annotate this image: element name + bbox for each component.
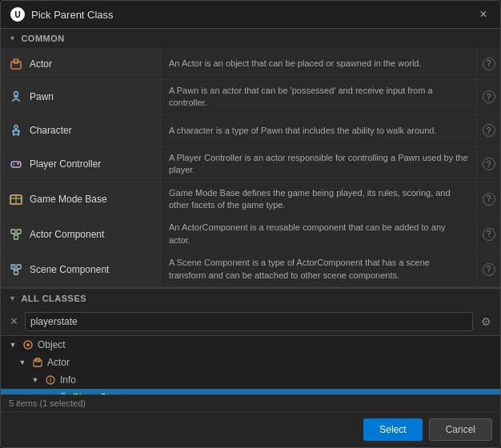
- common-section: ▼ COMMON Actor An Actor is an object tha…: [1, 29, 500, 287]
- tree-item-actor[interactable]: ▼ Actor: [1, 354, 500, 371]
- game-mode-help[interactable]: ?: [476, 182, 500, 217]
- class-left-character: Character: [1, 115, 161, 146]
- svg-rect-11: [18, 162, 18, 165]
- title-bar: U Pick Parent Class ×: [1, 1, 500, 29]
- svg-rect-17: [14, 235, 18, 239]
- class-row-character[interactable]: Character A character is a type of Pawn …: [1, 115, 500, 147]
- cancel-button[interactable]: Cancel: [429, 418, 492, 441]
- class-row-actor[interactable]: Actor An Actor is an object that can be …: [1, 48, 500, 80]
- class-left-pawn: Pawn: [1, 80, 161, 114]
- pawn-icon: [9, 90, 23, 104]
- search-input[interactable]: [25, 312, 473, 331]
- character-help[interactable]: ?: [476, 115, 500, 146]
- class-row-pawn[interactable]: Pawn A Pawn is an actor that can be 'pos…: [1, 80, 500, 115]
- class-row-game-mode[interactable]: Game Mode Base Game Mode Base defines th…: [1, 182, 500, 218]
- status-bar: 5 items (1 selected): [1, 394, 500, 411]
- class-left-actor: Actor: [1, 48, 161, 79]
- svg-point-25: [13, 266, 14, 267]
- object-icon: [22, 338, 34, 351]
- svg-point-27: [26, 343, 30, 346]
- search-bar: ✕ ⚙: [1, 308, 500, 336]
- status-text: 5 items (1 selected): [9, 398, 86, 408]
- scene-component-desc: A Scene Component is a type of ActorComp…: [161, 252, 476, 286]
- all-classes-header: ▼ ALL CLASSES: [1, 289, 500, 308]
- tree-item-object[interactable]: ▼ Object: [1, 336, 500, 354]
- scene-component-label: Scene Component: [30, 264, 109, 275]
- actor-component-help[interactable]: ?: [476, 217, 500, 251]
- svg-point-2: [14, 92, 18, 96]
- pawn-label: Pawn: [30, 91, 54, 102]
- actor-tree-icon: [31, 356, 44, 369]
- scene-component-help[interactable]: ?: [476, 252, 500, 286]
- class-left-player-controller: Player Controller: [1, 147, 161, 182]
- tree-item-playerstate[interactable]: ▶ PlayerState: [1, 389, 500, 394]
- title-bar-left: U Pick Parent Class: [10, 7, 114, 22]
- actor-tree-label: Actor: [47, 357, 70, 368]
- character-label: Character: [30, 125, 72, 136]
- actor-component-desc: An ActorComponent is a reusable componen…: [161, 217, 476, 251]
- svg-rect-15: [11, 230, 15, 234]
- class-left-scene-component: Scene Component: [1, 252, 161, 286]
- svg-point-32: [50, 378, 51, 379]
- pawn-desc: A Pawn is an actor that can be 'possesse…: [161, 80, 476, 114]
- player-controller-label: Player Controller: [30, 158, 101, 170]
- ue-logo: U: [10, 7, 25, 22]
- class-left-actor-component: Actor Component: [1, 217, 161, 251]
- dialog-content: ▼ COMMON Actor An Actor is an object tha…: [1, 29, 500, 411]
- object-label: Object: [38, 339, 66, 350]
- actor-component-help-icon[interactable]: ?: [483, 228, 495, 241]
- scene-component-icon: [9, 262, 23, 277]
- info-expand[interactable]: ▼: [30, 376, 41, 384]
- scene-component-help-icon[interactable]: ?: [483, 263, 495, 276]
- select-button[interactable]: Select: [363, 418, 422, 441]
- search-clear-button[interactable]: ✕: [7, 315, 20, 327]
- actor-label: Actor: [30, 58, 52, 70]
- svg-rect-8: [11, 162, 21, 167]
- actor-icon: [9, 57, 23, 71]
- class-tree: ▼ Object ▼: [1, 336, 500, 394]
- close-button[interactable]: ×: [476, 7, 491, 22]
- dialog-title: Pick Parent Class: [31, 9, 114, 21]
- tree-item-info[interactable]: ▼ Info: [1, 371, 500, 389]
- player-controller-icon: [9, 157, 23, 171]
- class-row-player-controller[interactable]: Player Controller A Player Controller is…: [1, 147, 500, 182]
- footer: Select Cancel: [1, 411, 500, 447]
- player-controller-help[interactable]: ?: [476, 147, 500, 182]
- pick-parent-class-dialog: U Pick Parent Class × ▼ COMMON: [0, 0, 501, 448]
- all-classes-label: ALL CLASSES: [21, 294, 86, 303]
- class-left-game-mode: Game Mode Base: [1, 182, 161, 217]
- pawn-help-icon[interactable]: ?: [483, 90, 495, 103]
- actor-help[interactable]: ?: [476, 48, 500, 79]
- game-mode-label: Game Mode Base: [30, 194, 107, 205]
- common-label: COMMON: [21, 34, 64, 43]
- character-desc: A character is a type of Pawn that inclu…: [161, 115, 476, 146]
- class-row-scene-component[interactable]: Scene Component A Scene Component is a t…: [1, 252, 500, 287]
- svg-point-9: [14, 164, 15, 166]
- actor-component-icon: [9, 227, 23, 242]
- all-classes-section: ▼ ALL CLASSES ✕ ⚙ ▼ O: [1, 287, 500, 411]
- all-classes-arrow: ▼: [9, 294, 16, 302]
- svg-rect-16: [17, 230, 21, 234]
- info-label: Info: [60, 374, 76, 386]
- actor-help-icon[interactable]: ?: [483, 58, 495, 70]
- info-icon: [44, 374, 57, 386]
- common-section-header: ▼ COMMON: [1, 29, 500, 48]
- game-mode-help-icon[interactable]: ?: [483, 193, 495, 206]
- class-row-actor-component[interactable]: Actor Component An ActorComponent is a r…: [1, 217, 500, 252]
- actor-tree-expand[interactable]: ▼: [17, 358, 28, 366]
- settings-button[interactable]: ⚙: [478, 315, 494, 328]
- actor-component-label: Actor Component: [30, 229, 104, 240]
- character-help-icon[interactable]: ?: [483, 124, 495, 137]
- svg-rect-22: [14, 270, 18, 274]
- player-controller-desc: A Player Controller is an actor responsi…: [161, 147, 476, 182]
- game-mode-icon: [9, 192, 23, 206]
- svg-point-5: [14, 126, 18, 129]
- object-expand[interactable]: ▼: [7, 341, 18, 349]
- actor-desc: An Actor is an object that can be placed…: [161, 48, 476, 79]
- svg-rect-21: [17, 265, 21, 269]
- player-controller-help-icon[interactable]: ?: [483, 158, 495, 170]
- pawn-help[interactable]: ?: [476, 80, 500, 114]
- character-icon: [9, 123, 23, 138]
- game-mode-desc: Game Mode Base defines the game being pl…: [161, 182, 476, 217]
- common-arrow: ▼: [9, 34, 16, 42]
